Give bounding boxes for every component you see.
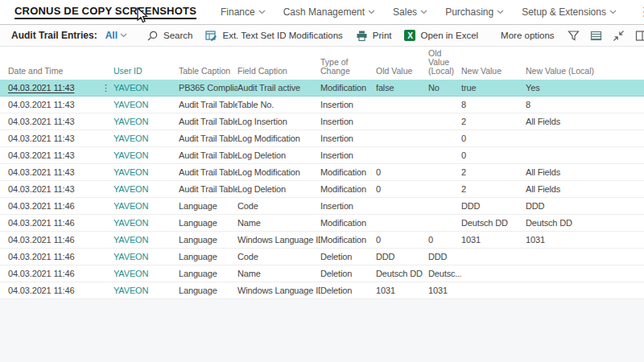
cell-user[interactable]: YAVEON (114, 282, 179, 299)
table-row[interactable]: 04.03.2021 11:46YAVEONLanguageWindows La… (0, 282, 644, 299)
table-row[interactable]: 04.03.2021 11:43YAVEONAudit Trail Table … (0, 147, 644, 164)
cell-table[interactable]: Audit Trail Table ... (179, 147, 237, 164)
print-button[interactable]: Print (356, 30, 392, 42)
cell-date[interactable]: 04.03.2021 11:43 (8, 80, 98, 97)
cell-type[interactable]: Insertion (320, 198, 376, 215)
cell-new[interactable]: true (461, 80, 526, 97)
cell-new[interactable]: 2 (461, 164, 526, 181)
column-header-new-value[interactable]: New Value (461, 67, 526, 76)
company-name-link[interactable]: CRONUS DE COPY SCREENSHOTS (14, 5, 196, 19)
nav-item-finance[interactable]: Finance (221, 6, 266, 18)
column-header-old-value-local[interactable]: Old Value (Local) (428, 49, 461, 76)
cell-new[interactable]: Deutsch DD (461, 215, 526, 232)
cell-table[interactable]: Audit Trail Table ... (179, 130, 237, 147)
cell-field[interactable]: Log Modification (237, 164, 320, 181)
cell-date[interactable]: 04.03.2021 11:46 (8, 249, 98, 265)
cell-type[interactable]: Deletion (320, 249, 376, 265)
cell-new[interactable]: DDD (461, 198, 526, 215)
cell-field[interactable]: Windows Language ID (237, 232, 320, 249)
cell-type[interactable]: Deletion (320, 282, 376, 299)
cell-table[interactable]: Audit Trail Table ... (179, 164, 237, 181)
cell-new_local[interactable]: 1031 (526, 232, 636, 249)
table-row[interactable]: 04.03.2021 11:43YAVEONAudit Trail Table … (0, 164, 644, 181)
cell-field[interactable]: Windows Language ID (237, 282, 320, 299)
cell-old[interactable]: 1031 (376, 282, 428, 299)
cell-type[interactable]: Modification (320, 164, 376, 181)
cell-new_local[interactable]: All Fields (526, 113, 636, 130)
cell-user[interactable]: YAVEON (114, 198, 179, 215)
cell-field[interactable]: Log Deletion (237, 181, 320, 198)
column-header-old-value[interactable]: Old Value (376, 67, 428, 76)
menu-icon[interactable]: ☰ (641, 6, 644, 19)
cell-type[interactable]: Deletion (320, 265, 376, 282)
row-menu-icon[interactable]: ⋮ (98, 80, 114, 97)
table-row[interactable]: 04.03.2021 11:46YAVEONLanguageCodeInsert… (0, 198, 644, 215)
cell-user[interactable]: YAVEON (114, 130, 179, 147)
nav-item-cash-management[interactable]: Cash Management (283, 6, 375, 18)
cell-new_local[interactable]: Deutsch DD (526, 215, 636, 232)
cell-user[interactable]: YAVEON (114, 265, 179, 282)
collapse-icon[interactable] (613, 30, 625, 42)
cell-table[interactable]: Language (179, 232, 237, 249)
cell-field[interactable]: Code (237, 198, 320, 215)
nav-item-sales[interactable]: Sales (393, 6, 427, 18)
table-row[interactable]: 04.03.2021 11:46YAVEONLanguageNameDeleti… (0, 265, 644, 282)
cell-table[interactable]: Language (179, 265, 237, 282)
cell-field[interactable]: Table No. (237, 97, 320, 113)
cell-type[interactable]: Insertion (320, 113, 376, 130)
cell-old_local[interactable]: 1031 (428, 282, 461, 299)
cell-old[interactable]: 0 (376, 164, 428, 181)
cell-date[interactable]: 04.03.2021 11:46 (8, 215, 98, 232)
cell-new_local[interactable]: 8 (526, 97, 636, 113)
nav-item-setup-extensions[interactable]: Setup & Extensions (522, 6, 617, 18)
cell-field[interactable]: Code (237, 249, 320, 265)
table-row[interactable]: 04.03.2021 11:43YAVEONAudit Trail Table … (0, 181, 644, 198)
cell-old_local[interactable]: No (428, 80, 461, 97)
cell-user[interactable]: YAVEON (114, 164, 179, 181)
cell-date[interactable]: 04.03.2021 11:43 (8, 97, 98, 113)
cell-date[interactable]: 04.03.2021 11:46 (8, 282, 98, 299)
table-row[interactable]: 04.03.2021 11:43YAVEONAudit Trail Table … (0, 113, 644, 130)
column-header-table-caption[interactable]: Table Caption (179, 67, 237, 76)
cell-type[interactable]: Modification (320, 181, 376, 198)
cell-user[interactable]: YAVEON (114, 147, 179, 164)
cell-old_local[interactable]: DDD (428, 249, 461, 265)
cell-table[interactable]: PB365 Complian... (179, 80, 237, 97)
open-in-excel-button[interactable]: X Open in Excel (404, 30, 478, 41)
table-row[interactable]: 04.03.2021 11:43⋮YAVEONPB365 Complian...… (0, 80, 644, 97)
cell-old[interactable]: DDD (376, 249, 428, 265)
table-row[interactable]: 04.03.2021 11:46YAVEONLanguageNameModifi… (0, 215, 644, 232)
cell-table[interactable]: Audit Trail Table ... (179, 113, 237, 130)
nav-item-purchasing[interactable]: Purchasing (445, 6, 504, 18)
cell-type[interactable]: Insertion (320, 97, 376, 113)
cell-date[interactable]: 04.03.2021 11:46 (8, 232, 98, 249)
cell-user[interactable]: YAVEON (114, 113, 179, 130)
cell-date[interactable]: 04.03.2021 11:43 (8, 181, 98, 198)
cell-old[interactable]: Deutsch DD (376, 265, 428, 282)
cell-user[interactable]: YAVEON (114, 215, 179, 232)
cell-field[interactable]: Name (237, 265, 320, 282)
cell-user[interactable]: YAVEON (114, 181, 179, 198)
cell-type[interactable]: Insertion (320, 147, 376, 164)
cell-table[interactable]: Language (179, 282, 237, 299)
cell-old[interactable]: 0 (376, 232, 428, 249)
column-header-new-value-local[interactable]: New Value (Local) (526, 67, 636, 76)
cell-new[interactable]: 2 (461, 181, 526, 198)
cell-old_local[interactable]: 0 (428, 232, 461, 249)
table-row[interactable]: 04.03.2021 11:43YAVEONAudit Trail Table … (0, 130, 644, 147)
cell-new[interactable]: 0 (461, 130, 526, 147)
cell-type[interactable]: Modification (320, 80, 376, 97)
column-header-field-caption[interactable]: Field Caption (237, 67, 320, 76)
cell-new_local[interactable]: DDD (526, 198, 636, 215)
cell-new_local[interactable]: Yes (526, 80, 636, 97)
cell-old[interactable]: false (376, 80, 428, 97)
cell-table[interactable]: Audit Trail Table ... (179, 181, 237, 198)
cell-table[interactable]: Language (179, 198, 237, 215)
cell-table[interactable]: Language (179, 249, 237, 265)
cell-field[interactable]: Log Insertion (237, 113, 320, 130)
cell-new[interactable]: 1031 (461, 232, 526, 249)
ext-text-set-id-modifications-button[interactable]: Ext. Text Set ID Modifications (205, 30, 342, 42)
table-row[interactable]: 04.03.2021 11:43YAVEONAudit Trail Table … (0, 97, 644, 113)
cell-new[interactable]: 8 (461, 97, 526, 113)
column-header-user-id[interactable]: User ID (114, 67, 179, 76)
